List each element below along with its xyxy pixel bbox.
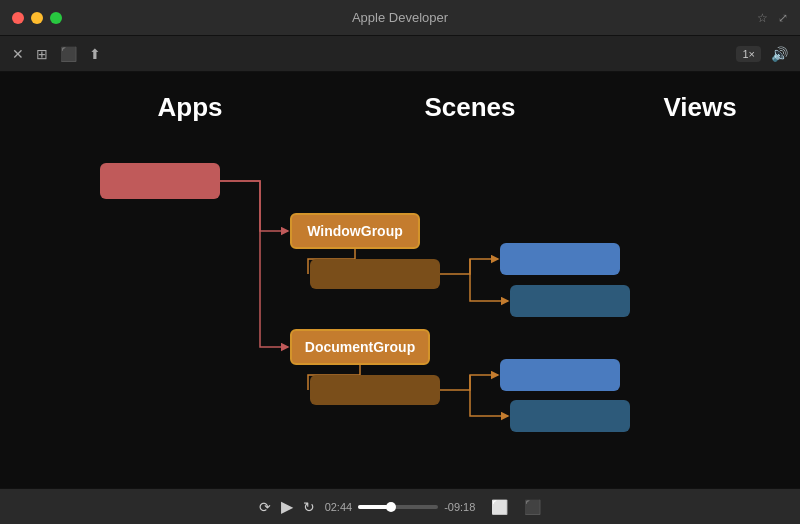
title-bar: Apple Developer ☆ ⤢: [0, 0, 800, 36]
screen-icon[interactable]: ⬜: [491, 499, 508, 515]
progress-dot: [386, 502, 396, 512]
forward-button[interactable]: ↻: [303, 499, 315, 515]
time-total: -09:18: [444, 501, 475, 513]
progress-fill: [358, 505, 388, 509]
close-icon[interactable]: ✕: [12, 46, 24, 62]
toolbar: ✕ ⊞ ⬛ ⬆ 1× 🔊: [0, 36, 800, 72]
sidebar-icon[interactable]: ⊞: [36, 46, 48, 62]
main-content: Apps Scenes Views: [0, 72, 800, 488]
share-icon[interactable]: ⬆: [89, 46, 101, 62]
diagram: WindowGroup DocumentGroup: [20, 133, 780, 453]
expand-icon[interactable]: ⤢: [778, 11, 788, 25]
scenes-header: Scenes: [360, 92, 580, 123]
captions-icon[interactable]: ⬛: [524, 499, 541, 515]
progress-container: 02:44 -09:18: [325, 501, 476, 513]
documentgroup-box: DocumentGroup: [290, 329, 430, 365]
documentgroup-sub-box: [310, 375, 440, 405]
view4-box: [510, 400, 630, 432]
speaker-icon[interactable]: 🔊: [771, 46, 788, 62]
maximize-button[interactable]: [50, 12, 62, 24]
display-icon[interactable]: ⬛: [60, 46, 77, 62]
minimize-button[interactable]: [31, 12, 43, 24]
window-title: Apple Developer: [352, 10, 448, 25]
speed-badge[interactable]: 1×: [736, 46, 761, 62]
apps-header: Apps: [60, 92, 320, 123]
progress-bar[interactable]: [358, 505, 438, 509]
traffic-lights: [12, 12, 62, 24]
windowgroup-box: WindowGroup: [290, 213, 420, 249]
toolbar-right: 1× 🔊: [736, 46, 788, 62]
play-button[interactable]: ▶: [281, 497, 293, 516]
view3-box: [500, 359, 620, 391]
view2-box: [510, 285, 630, 317]
view1-box: [500, 243, 620, 275]
views-header: Views: [610, 92, 790, 123]
documentgroup-label: DocumentGroup: [305, 339, 415, 355]
title-bar-right: ☆ ⤢: [757, 11, 788, 25]
star-icon[interactable]: ☆: [757, 11, 768, 25]
windowgroup-label: WindowGroup: [307, 223, 403, 239]
column-headers: Apps Scenes Views: [0, 72, 800, 133]
rewind-button[interactable]: ⟳: [259, 499, 271, 515]
time-elapsed: 02:44: [325, 501, 353, 513]
control-bar: ⟳ ▶ ↻ 02:44 -09:18 ⬜ ⬛: [0, 488, 800, 524]
close-button[interactable]: [12, 12, 24, 24]
app-box: [100, 163, 220, 199]
windowgroup-sub-box: [310, 259, 440, 289]
